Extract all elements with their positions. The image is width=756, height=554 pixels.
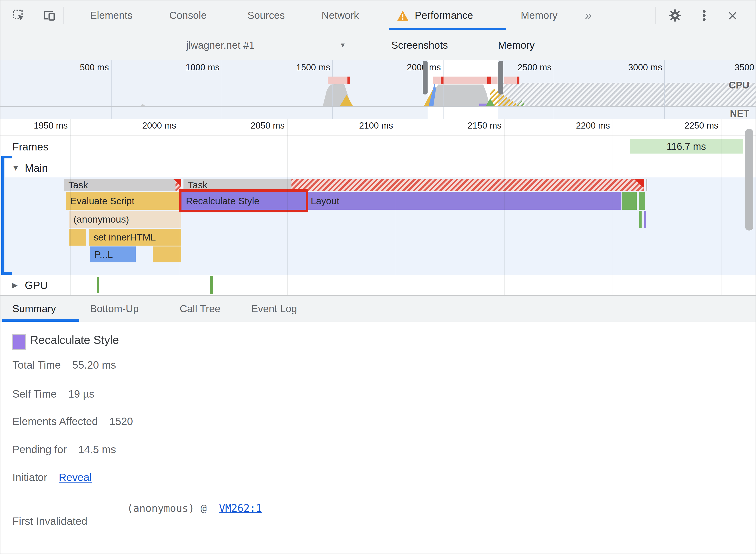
screenshots-checkbox-label[interactable]: Screenshots [391, 30, 448, 60]
tab-call-tree[interactable]: Call Tree [180, 296, 220, 322]
tab-network[interactable]: Network [322, 0, 359, 30]
event-bar-evaluate-script[interactable]: Evaluate Script [66, 192, 180, 210]
event-bar-layout[interactable]: Layout [306, 192, 622, 210]
summary-row-label: Pending for [12, 444, 67, 455]
selection-handle-right[interactable] [498, 61, 503, 95]
event-bar-anonymous[interactable]: (anonymous) [69, 211, 181, 228]
frame-duration-badge[interactable]: 116.7 ms [630, 140, 743, 154]
summary-row-self-time: Self Time19 µs [12, 387, 94, 401]
selection-handle-left[interactable] [423, 61, 428, 95]
divider [63, 7, 63, 24]
event-bar-script[interactable] [153, 246, 181, 262]
long-task-corner [634, 179, 644, 188]
summary-row-label: Self Time [12, 388, 57, 400]
kebab-menu-icon[interactable] [700, 8, 709, 22]
event-bar-task[interactable]: Task [64, 179, 181, 191]
divider [655, 7, 655, 24]
more-tabs-chevron-icon[interactable]: » [585, 0, 592, 30]
active-tab-underline [389, 28, 506, 30]
tab-bottom-up[interactable]: Bottom-Up [90, 296, 139, 322]
event-bar-thin-green[interactable] [639, 211, 642, 228]
tab-event-log[interactable]: Event Log [251, 296, 297, 322]
ruler-tick: 2250 ms [665, 121, 718, 130]
event-label: Recalculate Style [186, 196, 259, 207]
event-bar-parse-html[interactable]: P...L [90, 246, 136, 262]
summary-row-label: Total Time [12, 359, 61, 371]
event-bar-paint[interactable] [622, 192, 637, 210]
long-task-indicator [328, 76, 350, 84]
summary-panel: Recalculate Style Total Time55.20 ms Sel… [0, 322, 756, 554]
gpu-track[interactable]: ▶ GPU [0, 275, 756, 296]
track-selection-bracket [1, 156, 4, 275]
settings-gear-icon[interactable] [668, 8, 682, 22]
long-task-red-segment [347, 76, 350, 84]
bracket-arm-top [1, 156, 12, 158]
gpu-activity-bar [97, 277, 99, 293]
memory-checkbox-label[interactable]: Memory [498, 30, 535, 60]
tab-performance[interactable]: Performance [415, 0, 473, 30]
summary-row-first-invalidated: First Invalidated [12, 515, 88, 528]
event-label: Layout [311, 196, 339, 207]
event-bar-paint[interactable] [639, 192, 645, 210]
event-bar-task-long-hatch[interactable] [291, 179, 644, 191]
bracket-arm-bottom [1, 272, 12, 275]
event-label: Task [188, 180, 207, 190]
frames-track-label: Frames [12, 141, 49, 153]
gpu-activity-bar [210, 276, 213, 294]
devtools-tab-bar: Elements Console Sources Network Perform… [0, 0, 756, 31]
event-label: (anonymous) [73, 214, 129, 225]
summary-row-label: Initiator [12, 472, 47, 483]
cpu-baseline [0, 106, 756, 107]
profile-select-caret-icon[interactable]: ▼ [339, 30, 346, 60]
ruler-tick: 2050 ms [231, 121, 285, 130]
ruler-tick: 2000 ms [123, 121, 176, 130]
overview-tick: 3000 ms [613, 62, 662, 72]
event-label: set innerHTML [93, 232, 156, 243]
tab-console[interactable]: Console [169, 0, 207, 30]
event-bar-script[interactable] [69, 229, 86, 245]
overview-tick: 500 ms [60, 62, 109, 72]
event-bar-task[interactable]: Task [183, 179, 291, 191]
main-track-label[interactable]: Main [25, 162, 48, 174]
long-task-corner [173, 179, 181, 186]
device-toolbar-icon[interactable] [43, 8, 56, 22]
cpu-strip-label: CPU [705, 80, 749, 91]
close-icon[interactable]: × [724, 0, 741, 30]
devtools-window: Elements Console Sources Network Perform… [0, 0, 756, 554]
collapse-arrow-icon[interactable]: ▼ [12, 164, 19, 172]
overview-tick: 1000 ms [171, 62, 220, 72]
event-bar-set-innerhtml[interactable]: set innerHTML [89, 229, 181, 245]
event-label: P...L [95, 249, 113, 260]
summary-row-value: 55.20 ms [72, 359, 116, 371]
inspect-element-icon[interactable] [12, 9, 25, 22]
tab-elements[interactable]: Elements [90, 0, 132, 30]
overview-tick: 2500 ms [503, 62, 551, 72]
initiator-reveal-link[interactable]: Reveal [59, 472, 92, 483]
overview-tick: 3500 [703, 62, 754, 72]
ruler-tick: 1950 ms [15, 121, 68, 130]
summary-row-label: First Invalidated [12, 515, 88, 527]
event-bar-recalculate-style-selected[interactable]: Recalculate Style [181, 192, 306, 210]
overview-tick: 1500 ms [281, 62, 330, 72]
tab-summary[interactable]: Summary [12, 296, 56, 322]
net-strip-label: NET [705, 108, 749, 119]
vertical-scrollbar[interactable] [745, 129, 753, 230]
timeline-overview[interactable]: 500 ms 1000 ms 1500 ms 2000 ms 2500 ms 3… [0, 60, 756, 119]
expand-arrow-icon[interactable]: ▶ [12, 281, 18, 289]
summary-row-initiator: InitiatorReveal [12, 471, 92, 484]
profile-select[interactable]: jlwagner.net #1 [186, 30, 255, 60]
frames-track[interactable]: Frames 116.7 ms [0, 136, 756, 157]
summary-row-value: 19 µs [68, 388, 94, 400]
event-bar-thin[interactable] [646, 179, 647, 191]
long-task-red-segment [441, 76, 443, 84]
tab-memory[interactable]: Memory [521, 0, 557, 30]
ruler-tick: 2100 ms [340, 121, 393, 130]
stack-frame-source-link[interactable]: VM262:1 [219, 502, 262, 514]
long-task-red-segment [487, 76, 491, 84]
main-track[interactable]: ▼ Main Task Task Evaluate Script Recalcu… [0, 157, 756, 275]
event-bar-thin-purple[interactable] [644, 211, 646, 228]
gpu-track-label[interactable]: GPU [25, 279, 48, 291]
cpu-plateau-gray [433, 85, 490, 107]
tab-sources[interactable]: Sources [248, 0, 285, 30]
summary-row-value: 1520 [109, 416, 133, 427]
